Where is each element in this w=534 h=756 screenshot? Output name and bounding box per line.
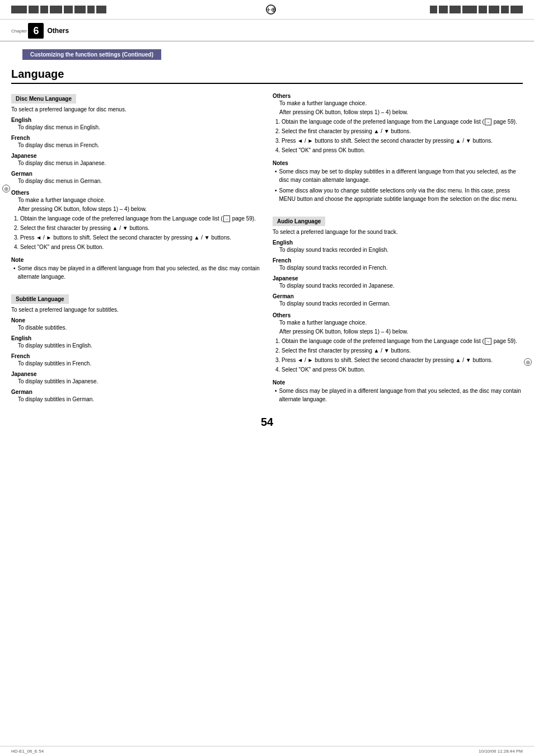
disc-menu-steps-list: Obtain the language code of the preferre… [20, 214, 261, 251]
subtitle-english-desc: To display subtitles in English. [18, 342, 261, 350]
bottom-right-text: 10/10/06 11:28:44 PM [479, 749, 523, 754]
page-ref-icon-2: → [485, 119, 491, 125]
right-step-2: Select the first character by pressing ▲… [282, 127, 523, 135]
audio-others-heading: Others [273, 312, 523, 318]
subtitle-notes-heading: Notes [273, 160, 523, 166]
disc-menu-note-heading: Note [11, 257, 261, 263]
audio-japanese-desc: To display sound tracks recorded in Japa… [279, 282, 523, 290]
top-decorative-bar: ⊕ [0, 0, 534, 20]
audio-step-1: Obtain the language code of the preferre… [282, 337, 523, 345]
bar-seg [50, 6, 62, 13]
audio-others-intro: To make a further language choice. [279, 319, 523, 327]
subtitle-english-heading: English [11, 335, 261, 341]
disc-menu-language-heading: Disc Menu Language [11, 94, 76, 104]
disc-menu-japanese-desc: To display disc menus in Japanese. [18, 159, 261, 167]
chapter-header: Chapter 6 Others [0, 20, 534, 41]
right-others-intro: To make a further language choice. [279, 100, 523, 107]
step-4: Select "OK" and press OK button. [20, 243, 261, 251]
left-margin-crosshair: ⊕ [2, 185, 10, 192]
step-3: Press ◄ / ► buttons to shift. Select the… [20, 233, 261, 242]
chapter-title: Others [47, 27, 69, 35]
audio-german-desc: To display sound tracks recorded in Germ… [279, 300, 523, 308]
disc-menu-french-heading: French [11, 135, 261, 141]
audio-french-heading: French [273, 257, 523, 264]
right-step-4: Select "OK" and press OK button. [282, 146, 523, 154]
disc-menu-note-text: Some discs may be played in a different … [13, 264, 261, 281]
subtitle-french-heading: French [11, 353, 261, 359]
bar-seg [449, 6, 461, 13]
audio-language-heading: Audio Language [273, 217, 325, 226]
audio-german-heading: German [273, 293, 523, 299]
top-bar-left-segments [11, 6, 106, 13]
disc-menu-german-desc: To display disc menus in German. [18, 177, 261, 185]
page-number: 54 [11, 416, 523, 429]
chapter-label: Chapter [11, 29, 27, 34]
subtitle-none-heading: None [11, 317, 261, 323]
subtitle-japanese-desc: To display subtitles in Japanese. [18, 378, 261, 386]
bar-seg [501, 6, 509, 13]
audio-step-2: Select the first character by pressing ▲… [282, 346, 523, 355]
audio-section: Audio Language To select a preferred lan… [273, 212, 523, 403]
section-title: Language [11, 68, 523, 84]
bar-seg [64, 6, 73, 13]
disc-menu-japanese-heading: Japanese [11, 153, 261, 159]
bar-seg [489, 6, 499, 13]
audio-note-heading: Note [273, 379, 523, 386]
audio-steps-list: Obtain the language code of the preferre… [282, 337, 523, 374]
bar-seg [479, 6, 487, 13]
subtitle-german-heading: German [11, 389, 261, 395]
right-after-pressing: After pressing OK button, follow steps 1… [279, 109, 523, 116]
right-step-3: Press ◄ / ► buttons to shift. Select the… [282, 137, 523, 145]
bar-seg [96, 6, 106, 13]
main-content: Language Disc Menu Language To select a … [0, 68, 534, 445]
subtitle-language-heading: Subtitle Language [11, 294, 69, 304]
right-margin-crosshair: ⊕ [524, 358, 532, 366]
audio-japanese-heading: Japanese [273, 275, 523, 281]
right-column: Others To make a further language choice… [273, 90, 523, 405]
disc-menu-german-heading: German [11, 171, 261, 177]
disc-menu-others-heading: Others [11, 190, 261, 196]
audio-step-3: Press ◄ / ► buttons to shift. Select the… [282, 356, 523, 364]
subtitle-desc: To select a preferred language for subti… [11, 306, 261, 314]
left-column: Disc Menu Language To select a preferred… [11, 90, 261, 405]
audio-note-section: Note Some discs may be played in a diffe… [273, 379, 523, 403]
disc-menu-after-pressing: After pressing OK button, follow steps 1… [18, 205, 261, 213]
audio-english-heading: English [273, 240, 523, 246]
audio-french-desc: To display sound tracks recorded in Fren… [279, 264, 523, 272]
top-bar-right-segments [430, 6, 523, 13]
bar-seg [40, 6, 48, 13]
continued-banner-wrapper: Customizing the function settings (Conti… [0, 41, 534, 63]
audio-step-4: Select "OK" and press OK button. [282, 365, 523, 374]
top-bar-center: ⊕ [114, 4, 428, 15]
bar-seg [29, 6, 39, 13]
crosshair-left-icon: ⊕ [2, 185, 10, 192]
disc-menu-others-intro: To make a further language choice. [18, 196, 261, 204]
continued-banner: Customizing the function settings (Conti… [22, 49, 161, 60]
bar-seg [87, 6, 95, 13]
two-column-layout: Disc Menu Language To select a preferred… [11, 90, 523, 405]
subtitle-notes-section: Notes Some discs may be set to display s… [273, 160, 523, 203]
subtitle-japanese-heading: Japanese [11, 371, 261, 377]
subtitle-german-desc: To display subtitles in German. [18, 396, 261, 403]
step-1: Obtain the language code of the preferre… [20, 214, 261, 223]
bar-seg [439, 6, 448, 13]
subtitle-section: Subtitle Language To select a preferred … [11, 290, 261, 403]
disc-menu-others-section: Others To make a further language choice… [11, 190, 261, 251]
right-step-1: Obtain the language code of the preferre… [282, 118, 523, 126]
subtitle-note-2: Some discs allow you to change subtitle … [275, 186, 523, 203]
page-ref-icon-3: → [485, 338, 491, 345]
disc-menu-french-desc: To display disc menus in French. [18, 142, 261, 149]
bar-seg [430, 6, 437, 13]
bottom-left-text: HD-E1_06_E 54 [11, 749, 44, 754]
bar-seg [510, 6, 523, 13]
audio-after-pressing: After pressing OK button, follow steps 1… [279, 328, 523, 336]
bottom-bar: HD-E1_06_E 54 10/10/06 11:28:44 PM [0, 746, 534, 756]
page-ref-icon: → [223, 215, 230, 222]
disc-menu-note-section: Note Some discs may be played in a diffe… [11, 257, 261, 281]
subtitle-note-1: Some discs may be set to display subtitl… [275, 167, 523, 184]
audio-others-section: Others To make a further language choice… [273, 312, 523, 374]
disc-menu-english-desc: To display disc menus in English. [18, 124, 261, 132]
right-others-heading: Others [273, 93, 523, 99]
bar-seg [462, 6, 477, 13]
audio-desc: To select a preferred language for the s… [273, 228, 523, 236]
